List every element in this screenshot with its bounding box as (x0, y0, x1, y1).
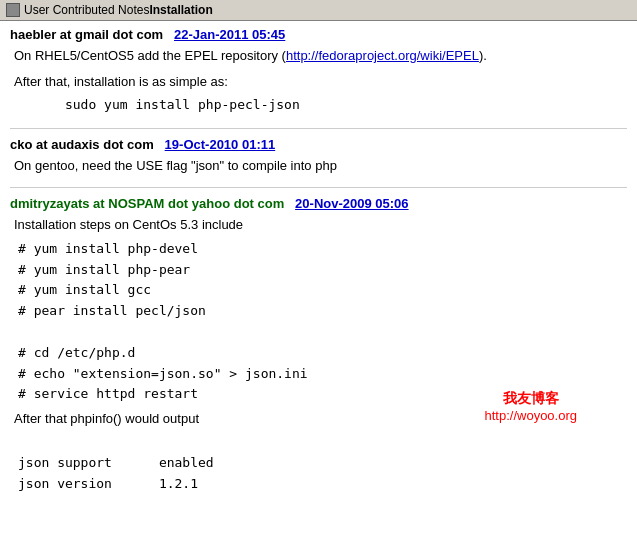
watermark-line2: http://woyoo.org (485, 408, 578, 423)
comment-date-link-1[interactable]: 22-Jan-2011 05:45 (174, 27, 285, 42)
divider-2 (10, 187, 627, 188)
epel-link[interactable]: http://fedoraproject.org/wiki/EPEL (286, 48, 479, 63)
comment-author-1: haebler at gmail dot com 22-Jan-2011 05:… (10, 27, 627, 42)
header-title-bold: Installation (149, 3, 212, 17)
comment-table-3: json support enabled json version 1.2.1 (18, 433, 627, 495)
watermark-line1: 我友博客 (503, 390, 559, 406)
comment-text-1: On RHEL5/CentOS5 add the EPEL repository… (14, 46, 627, 66)
comment-code-1: sudo yum install php-pecl-json (18, 95, 627, 116)
header-title-normal: User Contributed Notes (24, 3, 149, 17)
comment-block-2: cko at audaxis dot com 19-Oct-2010 01:11… (10, 137, 627, 176)
comment-date-link-3[interactable]: 20-Nov-2009 05:06 (295, 196, 408, 211)
comment-text-2: On gentoo, need the USE flag "json" to c… (14, 156, 627, 176)
watermark: 我友博客 http://woyoo.org (485, 390, 578, 423)
divider-1 (10, 128, 627, 129)
comment-author-2: cko at audaxis dot com 19-Oct-2010 01:11 (10, 137, 627, 152)
comment-intro-3: Installation steps on CentOs 5.3 include (14, 215, 627, 235)
author-name-3: dmitryzayats at NOSPAM dot yahoo dot com (10, 196, 284, 211)
comment-code-3: # yum install php-devel # yum install ph… (18, 239, 627, 405)
comment-author-3: dmitryzayats at NOSPAM dot yahoo dot com… (10, 196, 627, 211)
comment-date-link-2[interactable]: 19-Oct-2010 01:11 (165, 137, 276, 152)
author-name-2: cko at audaxis dot com (10, 137, 154, 152)
author-name-1: haebler at gmail dot com (10, 27, 163, 42)
comment-block-3: dmitryzayats at NOSPAM dot yahoo dot com… (10, 196, 627, 495)
header-bar: User Contributed Notes Installation (0, 0, 637, 21)
comment-block-1: haebler at gmail dot com 22-Jan-2011 05:… (10, 27, 627, 116)
comment-text-1b: After that, installation is as simple as… (14, 72, 627, 92)
document-icon (6, 3, 20, 17)
